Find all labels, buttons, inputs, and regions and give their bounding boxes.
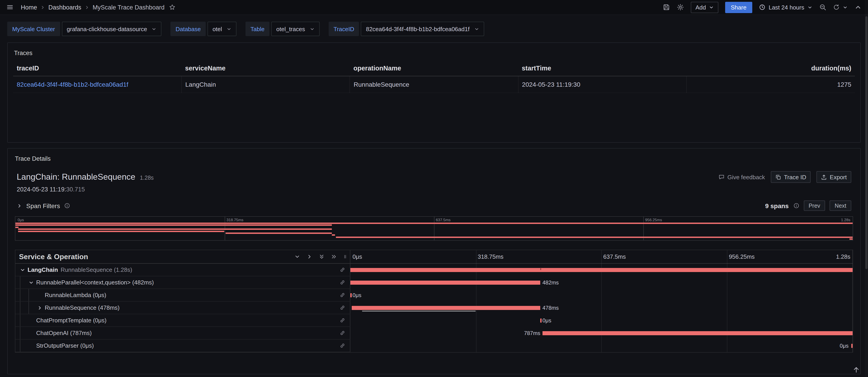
column-header[interactable]: traceID (13, 62, 182, 76)
scrollbar[interactable] (865, 0, 868, 377)
filter-value: grafana-clickhouse-datasource (67, 26, 147, 32)
give-feedback-link[interactable]: Give feedback (718, 174, 765, 180)
trace-details-panel: Trace Details LangChain: RunnableSequenc… (7, 148, 861, 374)
prev-button[interactable]: Prev (804, 201, 825, 211)
breadcrumb-item[interactable]: Dashboards (49, 4, 81, 11)
breadcrumb-item[interactable]: MyScale Trace Dashboard (93, 4, 164, 11)
minimap-span-bar (225, 233, 332, 234)
filter-value-dropdown[interactable]: otel (208, 22, 237, 36)
chevron-down-icon (843, 5, 848, 10)
trace-id-link[interactable]: 82cea64d-3f4f-4f8b-b1b2-bdfcea06ad1f (17, 81, 128, 88)
indent-guide (20, 327, 26, 339)
expander-icon[interactable] (37, 305, 42, 310)
span-link-icon[interactable] (340, 330, 345, 336)
expander-icon[interactable] (29, 280, 34, 285)
filter-value-dropdown[interactable]: 82cea64d-3f4f-4f8b-b1b2-bdfcea06ad1f (361, 22, 484, 36)
filter-label[interactable]: Database (170, 22, 206, 36)
star-icon[interactable] (169, 4, 176, 10)
span-link-icon[interactable] (340, 292, 345, 298)
span-duration-bar[interactable] (542, 331, 852, 335)
span-duration-bar[interactable] (350, 293, 352, 297)
export-button[interactable]: Export (817, 171, 851, 183)
span-name-cell[interactable]: ChatOpenAI (787ms) (16, 327, 350, 340)
refresh-button[interactable] (833, 4, 848, 10)
span-name-cell[interactable]: LangChainRunnableSequence (1.28s) (16, 264, 350, 276)
span-track[interactable]: 0μs (350, 314, 852, 327)
filter-myscale-cluster: MyScale Clustergrafana-clickhouse-dataso… (7, 22, 162, 36)
minimap-span-bar (16, 227, 19, 228)
collapsed-children-line (362, 311, 475, 312)
scroll-to-top-icon[interactable] (852, 366, 860, 373)
service-name-cell: LangChain (182, 76, 350, 93)
operation-name-cell: RunnableSequence (350, 76, 518, 93)
add-button[interactable]: Add (691, 2, 718, 13)
collapse-one-icon[interactable] (294, 254, 300, 260)
span-track[interactable]: 478ms (350, 302, 852, 314)
next-button[interactable]: Next (830, 201, 851, 211)
span-duration-bar[interactable] (540, 318, 541, 322)
filter-value-dropdown[interactable]: otel_traces (271, 22, 319, 36)
collapse-topbar-icon[interactable] (855, 4, 862, 11)
share-button[interactable]: Share (725, 2, 752, 13)
filter-label[interactable]: MyScale Cluster (7, 22, 60, 36)
span-track[interactable]: 787ms (350, 327, 852, 340)
span-link-icon[interactable] (340, 317, 345, 323)
span-child-notch (540, 268, 541, 270)
trace-details-panel-title: Trace Details (14, 152, 854, 168)
scrollbar-thumb[interactable] (865, 16, 868, 269)
traces-panel-title: Traces (13, 47, 855, 62)
span-operation: ChatOpenAI (787ms) (36, 330, 92, 336)
trace-minimap[interactable]: 0μs318.75ms637.5ms956.25ms1.28s (15, 216, 853, 241)
dashboard-settings-icon[interactable] (677, 4, 684, 11)
trace-id-button[interactable]: Trace ID (771, 171, 811, 183)
column-header[interactable]: startTime (518, 62, 686, 76)
span-name-cell[interactable]: ChatPromptTemplate (0μs) (16, 314, 350, 327)
span-link-icon[interactable] (340, 343, 345, 348)
expand-all-icon[interactable] (331, 254, 337, 260)
span-link-icon[interactable] (340, 279, 345, 285)
column-header[interactable]: duration(ms) (686, 62, 855, 76)
span-duration-label: 478ms (542, 305, 559, 311)
trace-id-cell: 82cea64d-3f4f-4f8b-b1b2-bdfcea06ad1f (13, 76, 182, 93)
breadcrumb-item[interactable]: Home (21, 4, 37, 11)
column-resizer-handle[interactable] (342, 254, 348, 260)
chevron-down-icon (474, 26, 479, 31)
column-header[interactable]: operationName (350, 62, 518, 76)
zoom-out-time-icon[interactable] (819, 4, 827, 11)
filter-value-dropdown[interactable]: grafana-clickhouse-datasource (62, 22, 162, 36)
span-track[interactable]: 0μs (350, 289, 852, 302)
span-track[interactable]: 0μs (350, 340, 852, 352)
span-name-cell[interactable]: StrOutputParser (0μs) (16, 340, 350, 352)
span-link-icon[interactable] (340, 267, 345, 273)
span-name-cell[interactable]: RunnableParallel<context,question> (482m… (16, 276, 350, 289)
span-service: LangChain (28, 266, 58, 273)
span-row: ChatPromptTemplate (0μs)0μs (16, 314, 852, 327)
menu-icon[interactable] (6, 4, 13, 11)
time-range-picker[interactable]: Last 24 hours (759, 4, 812, 11)
filter-label[interactable]: Table (246, 22, 270, 36)
save-dashboard-icon[interactable] (663, 4, 670, 11)
filter-traceid: TraceID82cea64d-3f4f-4f8b-b1b2-bdfcea06a… (329, 22, 484, 36)
span-duration-bar[interactable] (352, 306, 540, 310)
span-name-cell[interactable]: RunnableSequence (478ms) (16, 302, 350, 314)
column-header[interactable]: serviceName (182, 62, 350, 76)
span-link-icon[interactable] (340, 305, 345, 311)
duration-cell: 1275 (686, 76, 855, 93)
info-icon[interactable] (793, 203, 799, 209)
expander-icon[interactable] (20, 267, 25, 272)
expand-one-icon[interactable] (307, 254, 312, 260)
span-name-cell[interactable]: RunnableLambda (0μs) (16, 289, 350, 302)
span-filters-toggle[interactable]: Span Filters (17, 202, 70, 209)
info-icon[interactable] (64, 203, 70, 209)
span-duration-bar[interactable] (851, 344, 852, 348)
trace-row: 82cea64d-3f4f-4f8b-b1b2-bdfcea06ad1fLang… (13, 76, 855, 93)
span-track[interactable] (350, 264, 852, 276)
span-duration-bar[interactable] (350, 281, 540, 285)
span-track[interactable]: 482ms (350, 276, 852, 289)
span-duration-label: 0μs (542, 317, 551, 324)
span-duration-bar[interactable] (350, 268, 852, 272)
collapse-all-icon[interactable] (319, 254, 324, 260)
span-duration-label: 0μs (352, 292, 362, 299)
span-rows: LangChainRunnableSequence (1.28s)Runnabl… (16, 264, 852, 352)
filter-label[interactable]: TraceID (329, 22, 359, 36)
